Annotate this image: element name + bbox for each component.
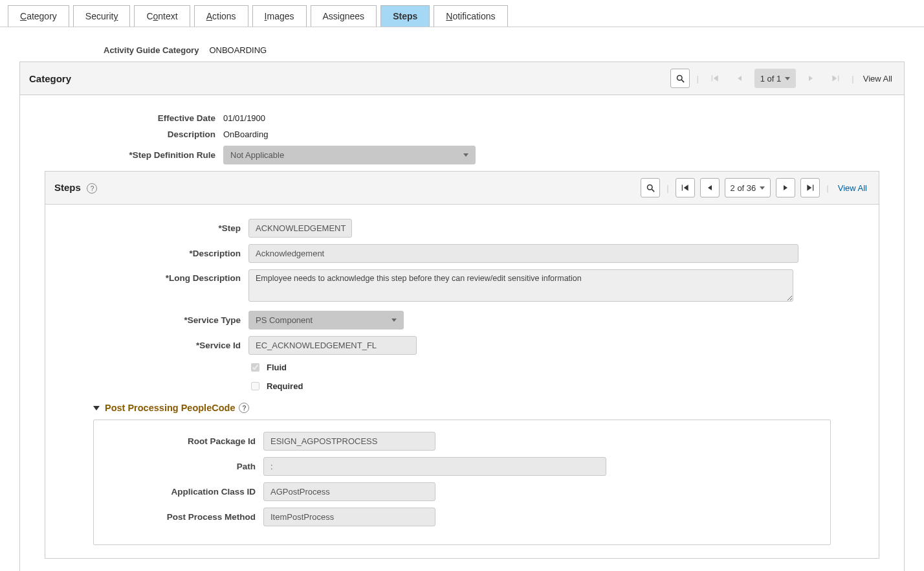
step-rule-value: Not Applicable bbox=[230, 150, 284, 160]
next-page-icon[interactable] bbox=[776, 178, 795, 197]
fluid-checkbox[interactable] bbox=[251, 363, 259, 372]
last-page-icon bbox=[826, 69, 845, 88]
svg-marker-11 bbox=[683, 185, 688, 190]
path-input[interactable]: : bbox=[263, 457, 606, 476]
chevron-down-icon bbox=[463, 153, 468, 157]
svg-point-0 bbox=[677, 75, 682, 80]
ppc-header[interactable]: Post Processing PeopleCode ? bbox=[93, 403, 870, 413]
svg-marker-13 bbox=[784, 185, 787, 190]
collapse-icon bbox=[93, 406, 100, 410]
svg-rect-10 bbox=[681, 185, 682, 190]
tab-security[interactable]: Security bbox=[73, 5, 131, 27]
effective-date-label: Effective Date bbox=[29, 113, 223, 123]
svg-marker-3 bbox=[713, 75, 718, 81]
tab-strip: Category Security Context Actions Images… bbox=[0, 0, 924, 27]
search-icon[interactable] bbox=[670, 69, 690, 88]
ppc-box: Root Package Id ESIGN_AGPOSTPROCESS Path… bbox=[93, 420, 831, 545]
help-icon[interactable]: ? bbox=[239, 403, 249, 413]
svg-line-9 bbox=[652, 189, 654, 192]
step-description-input[interactable]: Acknowledgement bbox=[248, 244, 798, 263]
post-process-method-label: Post Process Method bbox=[100, 512, 263, 522]
ppc-title: Post Processing PeopleCode bbox=[105, 403, 235, 413]
step-rule-label: *Step Definition Rule bbox=[29, 150, 223, 160]
svg-marker-14 bbox=[808, 185, 812, 190]
activity-guide-header: Activity Guide Category ONBOARDING bbox=[104, 45, 924, 55]
svg-marker-5 bbox=[809, 76, 813, 81]
step-input[interactable]: ACKNOWLEDGEMENT bbox=[248, 219, 352, 238]
svg-rect-7 bbox=[838, 75, 839, 81]
category-panel: Category | 1 of 1 | View All bbox=[19, 62, 905, 571]
svg-point-8 bbox=[647, 185, 652, 190]
view-all-link[interactable]: View All bbox=[835, 183, 870, 193]
page-counter-label: 2 of 36 bbox=[731, 183, 756, 193]
divider: | bbox=[665, 183, 670, 193]
app-class-label: Application Class ID bbox=[100, 487, 263, 497]
steps-grid-controls: | 2 of 36 bbox=[641, 178, 870, 197]
last-page-icon[interactable] bbox=[800, 178, 820, 197]
required-label: Required bbox=[267, 381, 303, 391]
prev-page-icon[interactable] bbox=[700, 178, 720, 197]
step-rule-select[interactable]: Not Applicable bbox=[223, 146, 476, 164]
divider: | bbox=[825, 183, 830, 193]
search-icon[interactable] bbox=[641, 178, 660, 197]
service-type-value: PS Component bbox=[256, 315, 313, 325]
first-page-icon bbox=[705, 69, 725, 88]
post-process-method-input[interactable]: ItemPostProcess bbox=[263, 508, 435, 526]
tab-notifications[interactable]: Notifications bbox=[434, 5, 507, 27]
chevron-down-icon bbox=[760, 186, 765, 190]
help-icon[interactable]: ? bbox=[87, 183, 97, 194]
steps-panel-header: Steps ? | 2 of 36 bbox=[45, 172, 879, 205]
category-panel-header: Category | 1 of 1 | View All bbox=[20, 62, 904, 95]
chevron-down-icon bbox=[391, 319, 397, 322]
service-type-label: *Service Type bbox=[54, 315, 248, 325]
svg-marker-12 bbox=[708, 185, 712, 190]
activity-guide-value: ONBOARDING bbox=[209, 45, 267, 55]
svg-line-1 bbox=[681, 80, 684, 82]
prev-page-icon bbox=[730, 69, 749, 88]
svg-marker-4 bbox=[738, 76, 742, 81]
steps-panel-title: Steps bbox=[54, 182, 81, 193]
divider: | bbox=[850, 74, 855, 84]
description-label: Description bbox=[29, 129, 223, 139]
activity-guide-label: Activity Guide Category bbox=[104, 45, 199, 55]
description-value: OnBoarding bbox=[223, 129, 268, 139]
service-id-input[interactable]: EC_ACKNOWLEDGEMENT_FL bbox=[248, 336, 417, 355]
svg-rect-2 bbox=[712, 75, 712, 81]
category-panel-title: Category bbox=[29, 73, 71, 84]
app-class-input[interactable]: AGPostProcess bbox=[263, 482, 435, 501]
tab-context[interactable]: Context bbox=[134, 5, 190, 27]
divider: | bbox=[695, 74, 699, 84]
effective-date-value: 01/01/1900 bbox=[223, 113, 265, 123]
tab-category[interactable]: Category bbox=[8, 5, 69, 27]
service-type-select[interactable]: PS Component bbox=[248, 311, 404, 330]
svg-rect-15 bbox=[813, 185, 813, 190]
service-id-label: *Service Id bbox=[54, 341, 248, 350]
root-package-input[interactable]: ESIGN_AGPOSTPROCESS bbox=[263, 432, 435, 451]
step-label: *Step bbox=[54, 223, 248, 233]
first-page-icon[interactable] bbox=[676, 178, 695, 197]
next-page-icon bbox=[801, 69, 820, 88]
path-label: Path bbox=[100, 462, 263, 471]
required-checkbox[interactable] bbox=[251, 382, 259, 390]
long-description-label: *Long Description bbox=[54, 269, 248, 283]
steps-panel: Steps ? | 2 of 36 bbox=[45, 171, 879, 559]
tab-images[interactable]: Images bbox=[252, 5, 307, 27]
tab-assignees[interactable]: Assignees bbox=[311, 5, 377, 27]
page-counter[interactable]: 1 of 1 bbox=[754, 69, 797, 88]
root-package-label: Root Package Id bbox=[100, 436, 263, 446]
page-counter-label: 1 of 1 bbox=[760, 74, 782, 84]
view-all-link[interactable]: View All bbox=[861, 74, 895, 84]
long-description-textarea[interactable]: Employee needs to acknowledge this step … bbox=[248, 269, 793, 302]
tab-steps[interactable]: Steps bbox=[380, 5, 430, 27]
svg-marker-6 bbox=[833, 75, 837, 81]
tab-actions[interactable]: Actions bbox=[194, 5, 248, 27]
category-grid-controls: | 1 of 1 | View All bbox=[670, 69, 895, 88]
chevron-down-icon bbox=[785, 77, 790, 80]
step-description-label: *Description bbox=[54, 249, 248, 258]
fluid-label: Fluid bbox=[267, 363, 287, 372]
page-counter[interactable]: 2 of 36 bbox=[725, 178, 771, 197]
